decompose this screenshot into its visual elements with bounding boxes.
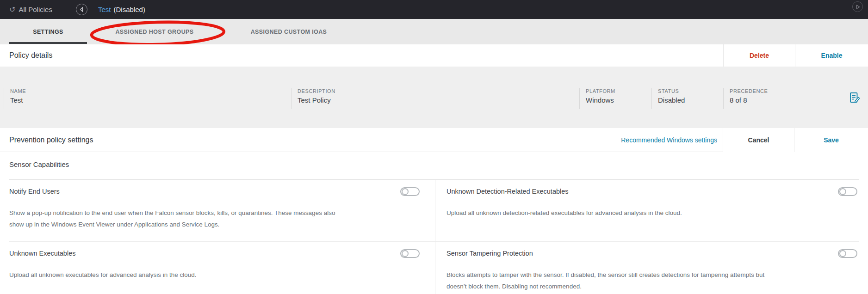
tab-assigned-host-groups[interactable]: ASSIGNED HOST GROUPS: [87, 19, 222, 44]
sensor-capabilities-heading: Sensor Capabilities: [9, 160, 69, 168]
field-description-value: Test Policy: [298, 96, 569, 104]
field-name-value: Test: [10, 96, 281, 104]
field-status: STATUS Disabled: [651, 88, 720, 109]
field-description-label: DESCRIPTION: [298, 88, 569, 94]
notify-end-users-toggle[interactable]: [400, 187, 420, 196]
field-precedence-value: 8 of 8: [730, 96, 793, 104]
left-chevron-icon: [79, 6, 85, 12]
policy-details-title: Policy details: [9, 44, 52, 67]
sensor-tampering-protection-toggle[interactable]: [838, 249, 857, 258]
enable-button[interactable]: Enable: [795, 44, 868, 67]
setting-name: Unknown Detection-Related Executables: [446, 188, 569, 195]
field-platform-label: PLATFORM: [586, 88, 649, 94]
field-precedence: PRECEDENCE 8 of 8: [723, 88, 793, 109]
return-arrow-icon: ↺: [9, 6, 15, 13]
save-button[interactable]: Save: [794, 128, 868, 152]
setting-notify-end-users: Notify End Users Show a pop-up notificat…: [9, 180, 426, 230]
setting-name: Sensor Tampering Protection: [446, 250, 533, 257]
play-icon: [855, 4, 861, 10]
toggle-knob: [839, 250, 846, 257]
back-button[interactable]: [76, 4, 87, 15]
setting-description: Upload all unknown executables for advan…: [9, 269, 335, 281]
toggle-knob: [839, 188, 846, 195]
delete-button[interactable]: Delete: [723, 44, 795, 67]
all-policies-breadcrumb[interactable]: ↺ All Policies: [9, 0, 52, 19]
tab-settings[interactable]: SETTINGS: [9, 19, 87, 44]
setting-name: Notify End Users: [9, 188, 60, 195]
top-bar: ↺ All Policies Test (Disabled): [0, 0, 868, 19]
field-platform-value: Windows: [586, 96, 649, 104]
setting-name: Unknown Executables: [9, 250, 75, 257]
policy-details-header: Policy details Delete Enable: [0, 44, 868, 67]
field-platform: PLATFORM Windows: [579, 88, 649, 109]
setting-description: Blocks attempts to tamper with the senso…: [446, 269, 773, 292]
cancel-button[interactable]: Cancel: [723, 128, 794, 152]
setting-sensor-tampering-protection: Sensor Tampering Protection Blocks attem…: [446, 242, 857, 292]
prevention-policy-page: ↺ All Policies Test (Disabled) SETTINGS …: [0, 0, 868, 294]
setting-unknown-detection-related-executables: Unknown Detection-Related Executables Up…: [446, 180, 857, 219]
edit-list-icon: [849, 92, 860, 103]
tab-bar: SETTINGS ASSIGNED HOST GROUPS ASSIGNED C…: [0, 19, 868, 44]
prevention-settings-title: Prevention policy settings: [9, 128, 93, 152]
expand-button[interactable]: [852, 1, 863, 12]
field-description: DESCRIPTION Test Policy: [291, 88, 569, 109]
policy-details-section: NAME Test DESCRIPTION Test Policy PLATFO…: [0, 67, 868, 128]
edit-precedence-button[interactable]: [849, 92, 860, 103]
recommended-settings-link[interactable]: Recommended Windows settings: [621, 128, 717, 152]
unknown-executables-toggle[interactable]: [400, 249, 420, 258]
setting-description: Show a pop-up notification to the end us…: [9, 207, 335, 230]
tab-assigned-custom-ioas[interactable]: ASSIGNED CUSTOM IOAS: [222, 19, 355, 44]
unknown-detection-related-executables-toggle[interactable]: [838, 187, 857, 196]
page-title: Test (Disabled): [98, 0, 145, 19]
prevention-settings-header: Prevention policy settings Recommended W…: [0, 128, 868, 152]
field-status-value: Disabled: [658, 96, 720, 104]
toggle-knob: [402, 188, 409, 195]
policy-state: (Disabled): [114, 6, 145, 13]
field-status-label: STATUS: [658, 88, 720, 94]
field-name-label: NAME: [10, 88, 281, 94]
all-policies-label: All Policies: [19, 6, 52, 13]
field-name: NAME Test: [4, 88, 281, 109]
field-precedence-label: PRECEDENCE: [730, 88, 793, 94]
setting-unknown-executables: Unknown Executables Upload all unknown e…: [9, 242, 426, 281]
column-divider: [435, 180, 435, 294]
policy-name: Test: [98, 6, 111, 13]
toggle-knob: [402, 250, 409, 257]
topbar-divider: [71, 0, 71, 19]
setting-description: Upload all unknown detection-related exe…: [446, 207, 773, 219]
